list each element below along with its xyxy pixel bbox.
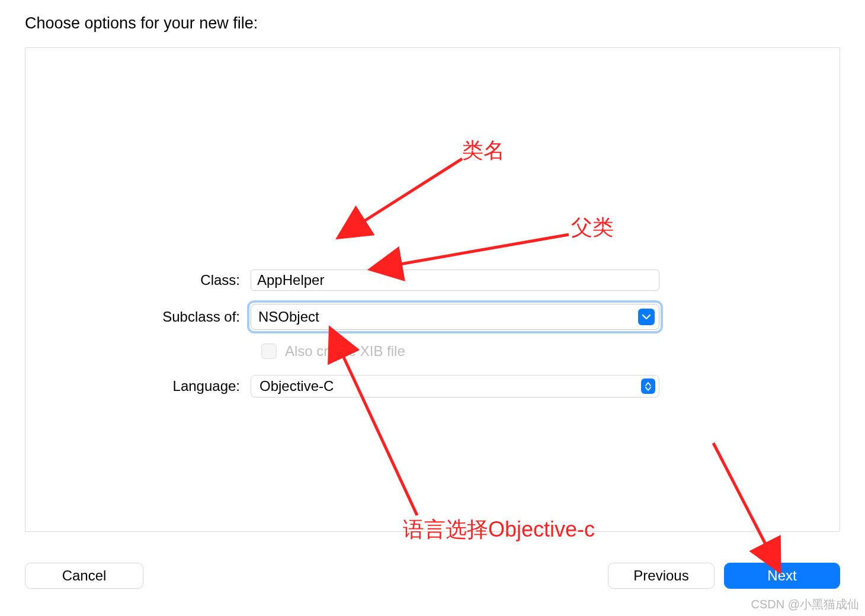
language-value: Objective-C (260, 378, 334, 394)
next-label: Next (767, 567, 796, 584)
page-title: Choose options for your new file: (25, 14, 258, 33)
language-label: Language: (25, 378, 251, 394)
class-input[interactable] (251, 270, 659, 291)
up-down-stepper-icon[interactable] (641, 378, 655, 394)
previous-label: Previous (633, 567, 688, 584)
chevron-down-icon[interactable] (638, 309, 655, 325)
class-row: Class: (25, 270, 659, 291)
xib-checkbox (261, 344, 277, 359)
annotation-language-hint: 语言选择Objective-c (403, 515, 595, 544)
subclass-combobox[interactable] (251, 304, 659, 330)
cancel-label: Cancel (62, 567, 107, 584)
annotation-parent-class: 父类 (571, 213, 614, 242)
annotation-class-name: 类名 (462, 136, 505, 165)
language-row: Language: Objective-C (25, 375, 659, 397)
language-select[interactable]: Objective-C (251, 375, 659, 397)
previous-button[interactable]: Previous (608, 563, 715, 589)
options-panel: Class: Subclass of: Also create XIB file… (25, 47, 840, 532)
cancel-button[interactable]: Cancel (25, 563, 143, 589)
subclass-label: Subclass of: (25, 309, 251, 325)
next-button[interactable]: Next (724, 563, 840, 589)
subclass-input[interactable] (251, 304, 659, 330)
class-label: Class: (25, 272, 251, 288)
xib-label: Also create XIB file (285, 343, 405, 360)
xib-row: Also create XIB file (261, 343, 405, 360)
watermark: CSDN @小黑猫成仙 (751, 596, 859, 612)
subclass-row: Subclass of: (25, 304, 659, 330)
